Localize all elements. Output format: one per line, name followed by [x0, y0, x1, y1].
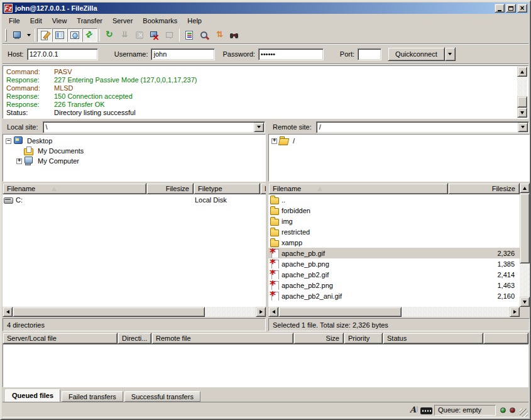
site-manager-dropdown-button[interactable]	[25, 28, 33, 42]
cancel-operation-button[interactable]	[132, 28, 147, 42]
title-bar[interactable]: Fz john@127.0.0.1 - FileZilla ×	[3, 3, 528, 14]
tree-expander[interactable]	[6, 138, 11, 144]
local-site-combo[interactable]: \	[43, 121, 265, 133]
scrollbar-thumb[interactable]	[520, 193, 530, 263]
menu-item[interactable]: Bookmarks	[138, 16, 182, 26]
toolbar-grip[interactable]	[5, 29, 7, 41]
combo-dropdown-button[interactable]	[518, 123, 528, 132]
remote-horizontal-scrollbar[interactable]	[268, 307, 520, 317]
file-row[interactable]: apache_pb2_ani.gif 2,160	[268, 290, 520, 301]
queue-column-header[interactable]: Size	[293, 333, 344, 344]
file-row[interactable]: forbidden	[268, 205, 520, 216]
queue-tab[interactable]: Failed transfers	[62, 391, 123, 402]
toggle-message-log-button[interactable]	[37, 28, 52, 42]
file-row[interactable]: C: Local Disk	[3, 194, 266, 205]
queue-body[interactable]	[3, 344, 528, 387]
column-header[interactable]: Filetype	[194, 183, 260, 194]
queue-column-header[interactable]: Remote file	[151, 333, 293, 344]
toggle-local-tree-button[interactable]	[52, 28, 67, 42]
filter-button[interactable]	[182, 28, 197, 42]
combo-dropdown-button[interactable]	[254, 123, 264, 132]
menu-item[interactable]: View	[47, 16, 72, 26]
column-header[interactable]: L	[260, 183, 266, 194]
log-line-text: MLSD	[54, 84, 74, 92]
tree-item[interactable]: My Documents	[3, 146, 265, 156]
minimize-button[interactable]	[495, 4, 505, 13]
scrollbar-thumb[interactable]	[13, 307, 205, 317]
refresh-button[interactable]	[102, 28, 117, 42]
file-row[interactable]: apache_pb2.png 1,463	[268, 280, 520, 290]
local-horizontal-scrollbar[interactable]	[3, 307, 266, 317]
column-header[interactable]: Filesize	[146, 183, 194, 194]
queue-column-header[interactable]: Server/Local file	[3, 333, 118, 344]
menu-item[interactable]: File	[4, 16, 25, 26]
disconnect-button[interactable]	[147, 28, 162, 42]
column-header[interactable]: Filename	[3, 183, 146, 194]
scroll-right-button[interactable]	[510, 307, 520, 317]
queue-column-header[interactable]: Directi...	[118, 333, 151, 344]
local-site-path: \	[46, 123, 48, 131]
queue-column-header[interactable]	[483, 333, 528, 344]
arrow-up-icon	[520, 70, 524, 74]
log-scrollbar[interactable]	[517, 67, 527, 118]
tree-item[interactable]: My Computer	[3, 156, 265, 166]
column-header[interactable]: Filesize	[448, 183, 520, 194]
port-input[interactable]	[358, 48, 381, 60]
compare-directories-button[interactable]	[197, 28, 212, 42]
filename-cell: apache_pb.gif	[268, 248, 448, 258]
queue-column-label: Status	[387, 334, 407, 342]
site-manager-button[interactable]	[9, 28, 25, 42]
toggle-remote-tree-button[interactable]	[67, 28, 82, 42]
queue-column-header[interactable]: Priority	[344, 333, 383, 344]
remote-vertical-scrollbar[interactable]	[520, 183, 530, 307]
quickconnect-button[interactable]: Quickconnect	[388, 47, 445, 61]
maximize-button[interactable]	[506, 4, 516, 13]
filesize-cell: 2,160	[448, 292, 520, 300]
username-input[interactable]	[151, 48, 215, 60]
synchronized-browsing-button[interactable]	[212, 28, 227, 42]
queue-tab[interactable]: Queued files	[5, 389, 60, 402]
reconnect-button[interactable]	[162, 28, 177, 42]
scroll-down-button[interactable]	[520, 297, 530, 307]
scrollbar-thumb[interactable]	[517, 96, 527, 108]
menu-item[interactable]: Transfer	[72, 16, 107, 26]
scroll-up-button[interactable]	[517, 67, 527, 77]
tree-expander[interactable]	[16, 158, 22, 164]
process-queue-button[interactable]	[117, 28, 132, 42]
host-input[interactable]	[27, 48, 98, 60]
file-row[interactable]: img	[268, 216, 520, 226]
file-row[interactable]: xampp	[268, 237, 520, 248]
scroll-down-button[interactable]	[517, 108, 527, 118]
scroll-up-button[interactable]	[520, 183, 530, 193]
menu-item[interactable]: Edit	[25, 16, 47, 26]
close-button[interactable]: ×	[517, 4, 527, 13]
remote-site-combo[interactable]: /	[316, 121, 529, 133]
filename-cell: img	[268, 216, 448, 226]
file-row[interactable]: restricted	[268, 226, 520, 237]
tree-item-icon	[24, 157, 34, 165]
scroll-left-button[interactable]	[3, 307, 13, 317]
toggle-queue-button[interactable]	[82, 28, 97, 42]
file-row[interactable]: apache_pb2.gif 2,414	[268, 269, 520, 280]
quickconnect-dropdown-button[interactable]	[445, 47, 456, 61]
password-input[interactable]	[258, 48, 324, 60]
scrollbar-thumb[interactable]	[278, 307, 402, 317]
file-row[interactable]: apache_pb.png 1,385	[268, 258, 520, 269]
scroll-right-button[interactable]	[256, 307, 266, 317]
tree-item[interactable]: Desktop	[3, 136, 265, 146]
file-row[interactable]: ..	[268, 194, 520, 205]
tree-expander[interactable]	[271, 138, 277, 144]
resize-grip[interactable]	[520, 409, 528, 417]
remote-file-list: Filename Filesize ..	[268, 183, 530, 317]
menu-item[interactable]: Server	[107, 16, 138, 26]
queue-column-header[interactable]: Status	[383, 333, 483, 344]
queue-tab[interactable]: Successful transfers	[124, 391, 200, 402]
local-site-panel: Local site: \ Desktop My Documents	[3, 120, 266, 182]
file-row[interactable]: apache_pb.gif 2,326	[268, 248, 520, 258]
find-files-button[interactable]	[227, 28, 242, 42]
filetype-cell: Local Disk	[194, 196, 260, 204]
column-header[interactable]: Filename	[268, 183, 448, 194]
scroll-left-button[interactable]	[268, 307, 278, 317]
menu-item[interactable]: Help	[182, 16, 207, 26]
tree-item[interactable]: /	[269, 136, 529, 146]
